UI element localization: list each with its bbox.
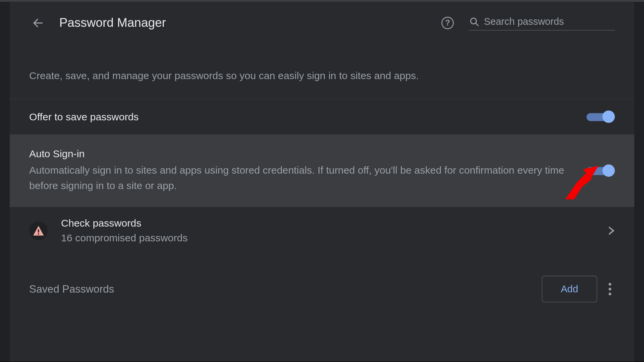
page-header: Password Manager ? (10, 2, 634, 44)
check-passwords-title: Check passwords (61, 218, 609, 230)
offer-save-title: Offer to save passwords (29, 111, 578, 123)
arrow-left-icon (32, 17, 44, 29)
toggle-thumb (602, 165, 615, 177)
offer-save-toggle[interactable] (587, 111, 615, 123)
svg-rect-6 (38, 229, 39, 232)
auto-signin-desc: Automatically sign in to sites and apps … (29, 163, 578, 193)
search-input[interactable] (484, 16, 615, 27)
kebab-dot-icon (609, 293, 611, 295)
help-icon: ? (441, 17, 454, 29)
kebab-dot-icon (609, 283, 611, 286)
svg-rect-7 (38, 233, 39, 234)
auto-signin-title: Auto Sign-in (29, 148, 578, 160)
page-title: Password Manager (59, 16, 439, 30)
svg-marker-8 (609, 226, 614, 235)
add-password-button[interactable]: Add (542, 276, 597, 302)
warning-triangle-icon (33, 226, 44, 236)
check-passwords-subtitle: 16 compromised passwords (61, 232, 609, 244)
help-button[interactable]: ? (439, 14, 457, 32)
auto-signin-row[interactable]: Auto Sign-in Automatically sign in to si… (10, 135, 634, 207)
offer-save-passwords-row[interactable]: Offer to save passwords (10, 99, 634, 135)
intro-text: Create, save, and manage your passwords … (10, 44, 634, 99)
saved-passwords-section: Saved Passwords Add (10, 255, 634, 302)
more-options-button[interactable] (605, 279, 615, 299)
chevron-right-icon (609, 226, 615, 235)
kebab-dot-icon (609, 288, 611, 290)
check-passwords-row[interactable]: Check passwords 16 compromised passwords (10, 207, 634, 254)
svg-line-2 (476, 23, 478, 25)
warning-badge (29, 222, 48, 240)
search-field[interactable] (469, 16, 615, 31)
auto-signin-toggle[interactable] (587, 165, 615, 177)
back-button[interactable] (29, 14, 47, 32)
toggle-thumb (602, 111, 615, 123)
search-icon (469, 16, 480, 27)
saved-passwords-heading: Saved Passwords (29, 283, 534, 295)
